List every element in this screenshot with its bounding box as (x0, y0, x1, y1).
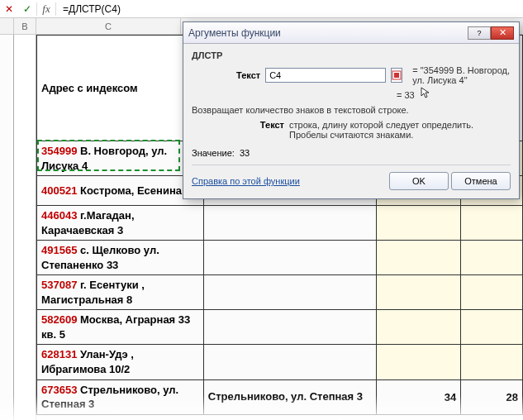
postal-index: 582609 (41, 313, 77, 326)
dialog-title: Аргументы функции (188, 27, 468, 39)
argument-label: Текст (236, 70, 260, 80)
header-label: Адрес с индексом (41, 82, 138, 94)
table-row[interactable]: 491565 с. Щелково ул. Степаненко 33 (37, 241, 523, 275)
cell-address-with-index[interactable]: 354999 В. Новгород, ул. Лисука 4 (37, 141, 204, 176)
cell-address-with-index[interactable]: 673653 Стрельниково, ул. Степная 3 (37, 379, 204, 414)
argument-desc-key: Текст (251, 120, 284, 140)
cell-address-with-index[interactable]: 537087 г. Есентуки , Магистральная 8 (37, 275, 204, 310)
cell-len2[interactable]: 28 (461, 379, 523, 414)
cell-len2[interactable] (461, 241, 523, 275)
svg-rect-1 (394, 73, 399, 78)
dialog-titlebar[interactable]: Аргументы функции ? ✕ (183, 22, 519, 44)
cell-address-with-index[interactable]: 628131 Улан-Удэ , Ибрагимова 10/2 (37, 345, 204, 379)
table-row[interactable]: 582609 Москва, Аграрная 33 кв. 5 (37, 310, 523, 345)
function-description: Возвращает количество знаков в текстовой… (192, 105, 511, 115)
formula-accept-button[interactable]: ✓ (18, 1, 36, 17)
cell-len2[interactable] (461, 310, 523, 345)
postal-index: 673653 (41, 384, 77, 396)
column-header-a[interactable] (0, 18, 14, 34)
column-b-gutter[interactable] (14, 35, 36, 420)
table-row[interactable]: 673653 Стрельниково, ул. Степная 3Стрель… (37, 379, 523, 414)
header-address-with-index[interactable]: Адрес с индексом (37, 36, 204, 141)
cell-len2[interactable] (461, 345, 523, 379)
cell-address[interactable] (203, 310, 376, 345)
cell-len1[interactable] (376, 275, 461, 310)
formula-input[interactable]: =ДЛСТР(C4) (56, 3, 127, 15)
column-header-c[interactable]: C (36, 18, 181, 34)
help-link[interactable]: Справка по этой функции (192, 176, 300, 186)
cell-len2[interactable] (461, 275, 523, 310)
cell-len1[interactable] (376, 241, 461, 275)
argument-evaluated: = "354999 В. Новгород, ул. Лисука 4" (412, 65, 511, 85)
close-button[interactable]: ✕ (491, 26, 514, 40)
postal-index: 354999 (41, 145, 77, 157)
cell-len1[interactable] (376, 345, 461, 379)
postal-index: 628131 (41, 348, 77, 360)
cell-len1[interactable]: 34 (376, 379, 461, 414)
cell-address-with-index[interactable]: 582609 Москва, Аграрная 33 кв. 5 (37, 310, 204, 345)
address-text: Кострома, Есенина 4 (77, 184, 190, 197)
cell-address[interactable] (203, 345, 376, 379)
collapse-dialog-button[interactable] (391, 68, 402, 83)
insert-function-button[interactable]: fx (37, 1, 55, 17)
argument-input[interactable] (265, 68, 386, 83)
cell-address[interactable]: Стрельниково, ул. Степная 3 (203, 379, 376, 414)
help-button[interactable]: ? (468, 26, 491, 40)
cell-len1[interactable] (376, 206, 461, 241)
cell-len1[interactable] (376, 310, 461, 345)
formula-bar: ✕ ✓ fx =ДЛСТР(C4) (0, 0, 523, 18)
function-name: ДЛСТР (192, 50, 511, 60)
cell-address[interactable] (203, 241, 376, 275)
value-line: Значение: 33 (192, 148, 511, 158)
table-row[interactable]: 537087 г. Есентуки , Магистральная 8 (37, 275, 523, 310)
postal-index: 446043 (41, 209, 77, 222)
table-row[interactable]: 628131 Улан-Удэ , Ибрагимова 10/2 (37, 345, 523, 379)
cell-address[interactable] (203, 206, 376, 241)
postal-index: 400521 (41, 184, 77, 197)
cancel-button[interactable]: Отмена (451, 172, 511, 190)
table-row[interactable]: 446043 г.Магадан, Карачаевская 3 (37, 206, 523, 241)
result-preview: = 33 (397, 87, 511, 100)
column-header-b[interactable]: B (14, 18, 36, 34)
formula-cancel-button[interactable]: ✕ (0, 1, 18, 17)
cell-len2[interactable] (461, 206, 523, 241)
argument-desc-text: строка, длину которой следует определить… (289, 120, 511, 140)
row-header-gutter[interactable] (0, 35, 14, 420)
cell-address-with-index[interactable]: 491565 с. Щелково ул. Степаненко 33 (37, 241, 204, 275)
cell-address[interactable] (203, 275, 376, 310)
postal-index: 537087 (41, 279, 77, 291)
cursor-icon (421, 87, 430, 100)
ok-button[interactable]: OK (389, 172, 449, 190)
range-select-icon (392, 70, 402, 80)
cell-address-with-index[interactable]: 446043 г.Магадан, Карачаевская 3 (37, 206, 204, 241)
cell-address-with-index[interactable]: 400521 Кострома, Есенина 4 (37, 176, 204, 206)
function-arguments-dialog: Аргументы функции ? ✕ ДЛСТР Текст = "354… (183, 21, 520, 199)
postal-index: 491565 (41, 244, 77, 256)
